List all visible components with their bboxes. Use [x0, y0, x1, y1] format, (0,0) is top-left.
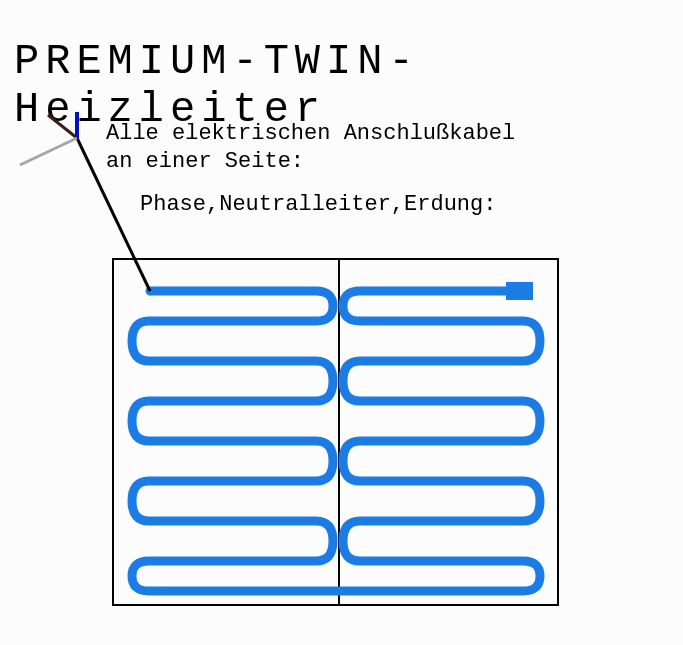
- phase-wire: [48, 115, 77, 138]
- heating-mat-diagram: [0, 0, 683, 645]
- heating-cable: [132, 291, 540, 591]
- earth-wire: [20, 138, 77, 165]
- cable-end-terminal: [506, 282, 533, 300]
